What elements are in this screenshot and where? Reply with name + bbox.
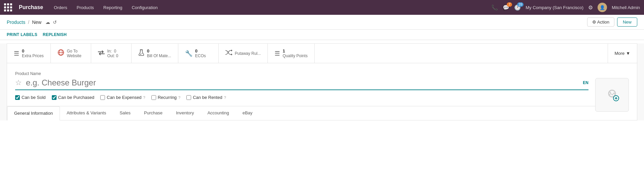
- smart-btn-extra-prices[interactable]: ☰ 0 Extra Prices: [7, 44, 51, 63]
- checkboxes-row: Can be Sold Can be Purchased Can be Expe…: [15, 95, 588, 100]
- breadcrumb-parent[interactable]: Products: [7, 20, 25, 25]
- product-name-input[interactable]: [26, 78, 579, 87]
- menu-products[interactable]: Products: [73, 3, 98, 12]
- recurring-label: Recurring: [158, 95, 177, 100]
- print-labels-button[interactable]: PRINT LABELS: [7, 31, 37, 38]
- shuffle-icon: [225, 50, 232, 57]
- save-cloud-icon[interactable]: ☁: [45, 20, 50, 25]
- tab-accounting[interactable]: Accounting: [201, 106, 236, 120]
- can-be-rented-input[interactable]: [186, 95, 191, 100]
- recurring-input[interactable]: [151, 95, 156, 100]
- tab-purchase[interactable]: Purchase: [137, 106, 169, 120]
- language-badge[interactable]: EN: [583, 80, 588, 85]
- more-button[interactable]: More ▼: [608, 44, 637, 63]
- breadcrumb-current: New: [32, 20, 41, 25]
- main-menu: Orders Products Reporting Configuration: [50, 3, 491, 12]
- discard-icon[interactable]: ↺: [53, 20, 57, 25]
- svg-point-7: [610, 92, 611, 93]
- extra-prices-count: 0: [22, 48, 44, 53]
- breadcrumb-actions: ☁ ↺: [45, 20, 57, 25]
- tab-attributes-variants[interactable]: Attributes & Variants: [60, 106, 113, 120]
- smart-btn-putaway[interactable]: Putaway Rul...: [219, 44, 268, 63]
- chat-icon[interactable]: 💬 7: [503, 4, 509, 11]
- form-tabs: General Information Attributes & Variant…: [7, 106, 597, 120]
- can-be-expensed-checkbox[interactable]: Can be Expensed ?: [100, 95, 145, 100]
- smart-btn-transfers[interactable]: In: 0 Out: 0: [91, 44, 132, 63]
- can-be-rented-label: Can be Rented: [193, 95, 222, 100]
- can-be-sold-input[interactable]: [15, 95, 20, 100]
- phone-icon[interactable]: 📞: [491, 4, 498, 11]
- product-image-upload[interactable]: [595, 78, 629, 112]
- new-button[interactable]: New: [617, 17, 637, 27]
- svg-point-4: [140, 54, 141, 55]
- apps-menu-icon[interactable]: [4, 3, 15, 11]
- tab-general-information[interactable]: General Information: [7, 106, 60, 120]
- smart-btn-website[interactable]: Go To Website: [51, 44, 91, 63]
- smart-btn-ecos[interactable]: 🔧 0 ECOs: [178, 44, 219, 63]
- quality-label: Quality Points: [283, 53, 308, 58]
- can-be-purchased-input[interactable]: [52, 95, 57, 100]
- product-name-label: Product Name: [15, 71, 629, 76]
- activity-icon[interactable]: 🕐 39: [514, 4, 521, 11]
- nav-right-section: 📞 💬 7 🕐 39 My Company (San Francisco) ⚙ …: [491, 3, 640, 12]
- product-form: Product Name ☆ EN Can be Sold Can b: [7, 63, 637, 120]
- more-chevron-icon: ▼: [626, 51, 630, 56]
- list-icon: ☰: [14, 50, 19, 57]
- can-be-sold-checkbox[interactable]: Can be Sold: [15, 95, 46, 100]
- avatar[interactable]: 👤: [598, 3, 607, 12]
- bom-label: Bill Of Mate...: [147, 53, 171, 58]
- can-be-purchased-label: Can be Purchased: [58, 95, 95, 100]
- can-be-expensed-input[interactable]: [100, 95, 105, 100]
- ecos-count: 0: [195, 48, 206, 53]
- smart-buttons-bar: ☰ 0 Extra Prices Go To Website: [7, 43, 637, 63]
- recurring-help-icon[interactable]: ?: [178, 96, 180, 100]
- wrench-icon: 🔧: [185, 50, 192, 57]
- product-name-row: ☆ EN: [15, 78, 588, 90]
- app-title: Purchase: [19, 4, 43, 10]
- main-content: ☰ 0 Extra Prices Go To Website: [0, 43, 644, 120]
- breadcrumb-bar: Products / New ☁ ↺ ⚙ Action New: [0, 15, 644, 30]
- company-name[interactable]: My Company (San Francisco): [526, 5, 583, 10]
- menu-reporting[interactable]: Reporting: [99, 3, 126, 12]
- smart-btn-quality[interactable]: ☰ 1 Quality Points: [268, 44, 315, 63]
- can-be-purchased-checkbox[interactable]: Can be Purchased: [52, 95, 95, 100]
- form-main: ☆ EN Can be Sold Can be Purchased: [15, 78, 629, 120]
- form-left-section: ☆ EN Can be Sold Can be Purchased: [15, 78, 588, 120]
- tab-inventory[interactable]: Inventory: [169, 106, 201, 120]
- flask-icon: [138, 49, 144, 58]
- can-be-rented-checkbox[interactable]: Can be Rented ?: [186, 95, 226, 100]
- user-name: Mitchell Admin: [612, 5, 640, 10]
- favorite-star-icon[interactable]: ☆: [15, 78, 22, 87]
- settings-icon[interactable]: ⚙: [588, 4, 593, 11]
- more-label: More: [615, 51, 625, 56]
- ecos-label: ECOs: [195, 53, 206, 58]
- website-icon: [58, 49, 64, 58]
- menu-orders[interactable]: Orders: [50, 3, 71, 12]
- tab-sales[interactable]: Sales: [113, 106, 137, 120]
- svg-point-5: [142, 53, 142, 54]
- transfer-icon: [98, 50, 105, 57]
- website-label1: Go To: [67, 49, 81, 53]
- smart-btn-bom[interactable]: 0 Bill Of Mate...: [132, 44, 178, 63]
- quality-list-icon: ☰: [275, 50, 280, 57]
- breadcrumb-right: ⚙ Action New: [587, 17, 637, 27]
- recurring-checkbox[interactable]: Recurring ?: [151, 95, 180, 100]
- top-navigation: Purchase Orders Products Reporting Confi…: [0, 0, 644, 15]
- can-be-expensed-label: Can be Expensed: [107, 95, 141, 100]
- bom-count: 0: [147, 48, 171, 53]
- replenish-button[interactable]: REPLENISH: [43, 31, 67, 38]
- tab-ebay[interactable]: eBay: [236, 106, 259, 120]
- can-be-sold-label: Can be Sold: [22, 95, 46, 100]
- expensed-help-icon[interactable]: ?: [143, 96, 145, 100]
- extra-prices-label: Extra Prices: [22, 53, 44, 58]
- breadcrumb-separator: /: [28, 20, 29, 25]
- toolbar: PRINT LABELS REPLENISH: [0, 30, 644, 40]
- rented-help-icon[interactable]: ?: [224, 96, 226, 100]
- website-label2: Website: [67, 53, 81, 58]
- action-button[interactable]: ⚙ Action: [587, 17, 614, 27]
- in-count: In: 0: [107, 49, 118, 53]
- chat-badge: 7: [507, 2, 512, 7]
- menu-configuration[interactable]: Configuration: [128, 3, 162, 12]
- out-count: Out: 0: [107, 53, 118, 58]
- activity-badge: 39: [517, 2, 524, 7]
